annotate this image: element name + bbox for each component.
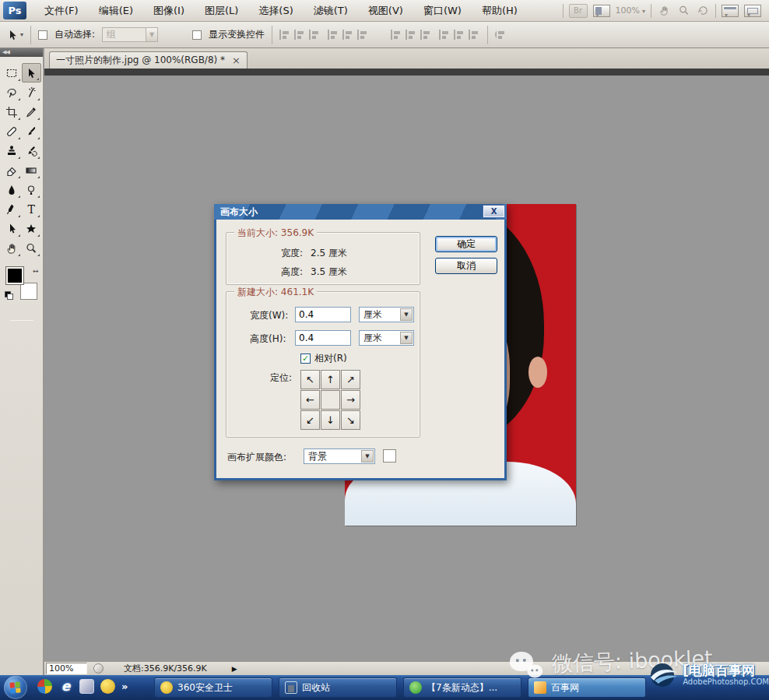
- anchor-top-right[interactable]: ↗: [341, 370, 360, 389]
- internet-explorer-icon[interactable]: e: [58, 678, 73, 694]
- anchor-top[interactable]: ↑: [321, 370, 340, 389]
- distribute-icon[interactable]: [439, 29, 451, 40]
- pen-tool[interactable]: [2, 199, 22, 219]
- path-selection-tool[interactable]: [2, 219, 22, 238]
- width-unit-dropdown[interactable]: 厘米▼: [359, 307, 414, 322]
- status-menu-arrow-icon[interactable]: ▶: [232, 665, 237, 673]
- lasso-tool[interactable]: [2, 83, 22, 102]
- status-zoom-input[interactable]: 100%: [46, 663, 87, 674]
- background-color-swatch[interactable]: [20, 283, 37, 300]
- new-height-input[interactable]: [295, 330, 351, 346]
- swap-colors-icon[interactable]: ↔: [33, 267, 39, 275]
- screen-mode-button[interactable]: [744, 5, 761, 17]
- show-transform-checkbox[interactable]: [192, 30, 202, 40]
- bridge-button[interactable]: Br: [569, 4, 588, 18]
- relative-checkbox[interactable]: [300, 354, 311, 364]
- gradient-tool[interactable]: [22, 160, 41, 180]
- spot-healing-brush-tool[interactable]: [2, 121, 22, 141]
- anchor-bottom-right[interactable]: ↘: [341, 410, 360, 430]
- menu-edit[interactable]: 编辑(E): [89, 0, 143, 22]
- menu-help[interactable]: 帮助(H): [472, 0, 528, 22]
- rectangular-marquee-tool[interactable]: [2, 63, 22, 83]
- status-info-icon[interactable]: [93, 663, 104, 674]
- ok-button[interactable]: 确定: [435, 236, 497, 252]
- arrange-documents-button[interactable]: [722, 5, 739, 17]
- quicklaunch-chevron-icon[interactable]: »: [121, 681, 128, 692]
- toolbox-collapse-button[interactable]: ◀◀: [0, 48, 43, 57]
- menu-layer[interactable]: 图层(L): [195, 0, 248, 22]
- rotate-view-icon[interactable]: [696, 5, 710, 17]
- history-brush-tool[interactable]: [22, 141, 41, 160]
- align-icon[interactable]: [309, 29, 321, 40]
- taskbar-button-360[interactable]: 360安全卫士: [154, 677, 272, 698]
- hand-tool[interactable]: [2, 238, 22, 258]
- distribute-icon[interactable]: [454, 29, 465, 40]
- taskbar-button-news[interactable]: 【7条新动态】...: [403, 677, 521, 698]
- menu-file[interactable]: 文件(F): [34, 0, 89, 22]
- align-icon[interactable]: [279, 29, 291, 40]
- anchor-top-left[interactable]: ↖: [300, 370, 320, 389]
- extension-color-dropdown[interactable]: 背景▼: [304, 448, 375, 464]
- tool-preset-picker[interactable]: ▾: [6, 29, 23, 41]
- move-tool[interactable]: [22, 63, 41, 83]
- dodge-tool[interactable]: [22, 180, 41, 199]
- anchor-bottom[interactable]: ↓: [321, 410, 340, 430]
- anchor-left[interactable]: ←: [300, 390, 320, 410]
- show-transform-label: 显示变换控件: [209, 28, 265, 41]
- menu-image[interactable]: 图像(I): [143, 0, 195, 22]
- foreground-color-swatch[interactable]: [6, 267, 23, 284]
- taskbar-button-recycle-bin[interactable]: 回收站: [279, 677, 397, 698]
- align-icon[interactable]: [357, 29, 369, 40]
- dialog-title-bar[interactable]: 画布大小 X: [214, 204, 507, 220]
- auto-select-target-dropdown[interactable]: 组▼: [102, 27, 158, 42]
- layout-view-button[interactable]: [593, 5, 610, 17]
- eraser-tool[interactable]: [2, 160, 22, 180]
- magic-wand-tool[interactable]: [22, 83, 41, 102]
- hand-tool-icon[interactable]: [657, 5, 671, 17]
- auto-select-checkbox[interactable]: [38, 30, 47, 40]
- distribute-icon[interactable]: [469, 29, 480, 40]
- crop-tool[interactable]: [2, 102, 22, 121]
- blur-tool[interactable]: [2, 180, 22, 199]
- eyedropper-tool[interactable]: [22, 102, 41, 121]
- 360-quicklaunch-icon[interactable]: [37, 679, 52, 694]
- align-icon[interactable]: [342, 29, 354, 40]
- dialog-close-button[interactable]: X: [483, 206, 504, 217]
- brush-tool[interactable]: [22, 121, 41, 141]
- menu-select[interactable]: 选择(S): [248, 0, 303, 22]
- auto-align-icon[interactable]: [495, 29, 507, 40]
- zoom-level-dropdown[interactable]: 100%: [616, 5, 645, 16]
- clone-stamp-tool[interactable]: [2, 141, 22, 160]
- divider: [563, 4, 564, 18]
- app-quicklaunch-icon[interactable]: [79, 679, 94, 694]
- align-icon[interactable]: [294, 29, 306, 40]
- align-icon[interactable]: [328, 29, 339, 40]
- anchor-bottom-left[interactable]: ↙: [300, 410, 320, 430]
- menu-window[interactable]: 窗口(W): [413, 0, 472, 22]
- distribute-icon[interactable]: [391, 29, 402, 40]
- menu-filter[interactable]: 滤镜(T): [304, 0, 358, 22]
- type-tool[interactable]: T: [22, 199, 41, 219]
- coin-quicklaunch-icon[interactable]: [100, 679, 115, 694]
- extension-color-swatch[interactable]: [383, 449, 396, 463]
- zoom-tool-icon[interactable]: [676, 5, 690, 17]
- custom-shape-tool[interactable]: [22, 219, 41, 238]
- tab-close-icon[interactable]: ×: [232, 55, 241, 65]
- zoom-tool[interactable]: [22, 238, 41, 258]
- auto-select-label: 自动选择:: [54, 28, 95, 41]
- cancel-button[interactable]: 取消: [435, 258, 497, 274]
- menu-view[interactable]: 视图(V): [358, 0, 413, 22]
- default-colors-icon[interactable]: [5, 291, 15, 301]
- document-tab-bar: 一寸照片的制作.jpg @ 100%(RGB/8) * ×: [44, 48, 769, 69]
- document-tab-title: 一寸照片的制作.jpg @ 100%(RGB/8) *: [56, 54, 225, 67]
- taskbar-button-baishi[interactable]: 百事网: [528, 677, 646, 698]
- distribute-icon[interactable]: [406, 29, 417, 40]
- distribute-icon[interactable]: [420, 29, 432, 40]
- new-width-input[interactable]: [295, 307, 351, 322]
- anchor-right[interactable]: →: [341, 390, 360, 410]
- anchor-center[interactable]: [321, 390, 340, 410]
- document-tab[interactable]: 一寸照片的制作.jpg @ 100%(RGB/8) * ×: [49, 51, 248, 69]
- baishi-site-icon: [534, 681, 546, 694]
- start-button[interactable]: [4, 676, 27, 699]
- height-unit-dropdown[interactable]: 厘米▼: [359, 330, 414, 346]
